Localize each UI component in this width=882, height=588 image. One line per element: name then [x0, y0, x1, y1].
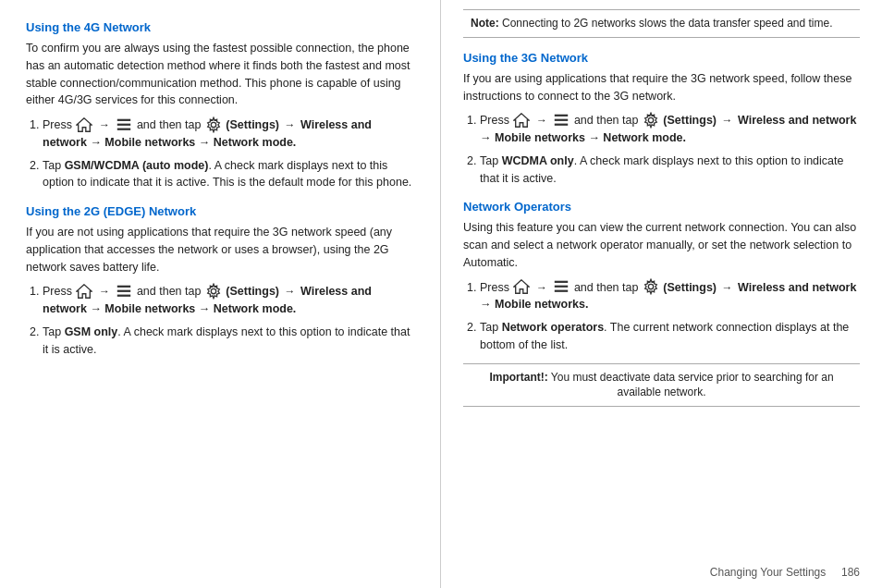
important-box: Important!: You must deactivate data ser… — [463, 363, 860, 408]
menu-icon — [116, 116, 132, 133]
step-4g-2: Tap GSM/WCDMA (auto mode). A check mark … — [43, 157, 418, 192]
step-3g-2-tap: Tap — [480, 154, 502, 167]
step-2g-2: Tap GSM only. A check mark displays next… — [43, 324, 418, 359]
section-4g-title: Using the 4G Network — [26, 20, 418, 34]
step-netops-2-bold: Network operators — [502, 321, 604, 334]
step-4g-2-tap: Tap — [43, 159, 65, 172]
section-2g-title: Using the 2G (EDGE) Network — [26, 204, 418, 218]
step-2g-2-bold: GSM only — [65, 325, 118, 338]
step-3g-2: Tap WCDMA only. A check mark displays ne… — [480, 153, 860, 188]
settings-icon-netops — [643, 278, 659, 295]
left-column: Using the 4G Network To confirm you are … — [0, 0, 441, 588]
note-label: Note: — [471, 17, 499, 30]
step-4g-1-settings-label: (Settings) — [226, 118, 282, 131]
section-2g-steps: Press → and then tap (Settings) → Wirele… — [43, 283, 418, 358]
section-netops-steps: Press → and then tap (Settings) → Wirele… — [480, 279, 860, 354]
section-4g-steps: Press → and then tap (Settings) → Wirele… — [43, 116, 418, 191]
step-3g-1: Press → and then tap (Settings) → Wirele… — [480, 112, 860, 147]
step-4g-1-andthentap: and then tap — [137, 118, 204, 131]
section-netops-intro: Using this feature you can view the curr… — [463, 219, 860, 271]
important-text: You must deactivate data service prior t… — [551, 371, 834, 399]
step-netops-1: Press → and then tap (Settings) → Wirele… — [480, 279, 860, 314]
right-column: Note: Connecting to 2G networks slows th… — [441, 0, 882, 588]
footer: Changing Your Settings 186 — [710, 566, 860, 579]
step-2g-2-tap: Tap — [43, 325, 65, 338]
section-3g-title: Using the 3G Network — [463, 51, 860, 65]
step-netops-2-tap: Tap — [480, 321, 502, 334]
footer-text: Changing Your Settings — [710, 566, 826, 579]
step-netops-1-press: Press — [480, 281, 512, 294]
section-netops-title: Network Operators — [463, 200, 860, 214]
step-3g-2-bold: WCDMA only — [502, 154, 574, 167]
note-text: Connecting to 2G networks slows the data… — [502, 17, 833, 30]
section-3g-steps: Press → and then tap (Settings) → Wirele… — [480, 112, 860, 187]
settings-icon-2g — [205, 283, 222, 300]
home-icon — [76, 116, 92, 133]
step-netops-1-andthentap: and then tap — [574, 281, 642, 294]
step-2g-1: Press → and then tap (Settings) → Wirele… — [43, 283, 418, 318]
step-2g-1-andthentap: and then tap — [137, 285, 204, 298]
page-number: 186 — [841, 566, 860, 579]
section-4g-intro: To confirm you are always using the fast… — [26, 40, 418, 109]
step-4g-1: Press → and then tap (Settings) → Wirele… — [43, 116, 418, 152]
menu-icon-2g — [116, 283, 132, 300]
section-3g-intro: If you are using applications that requi… — [463, 70, 860, 105]
step-4g-2-bold: GSM/WCDMA (auto mode) — [65, 159, 209, 172]
page: Using the 4G Network To confirm you are … — [0, 0, 882, 588]
home-icon-2g — [76, 283, 92, 300]
step-3g-1-settings: (Settings) — [663, 114, 719, 127]
settings-icon — [205, 116, 222, 133]
home-icon-netops — [513, 278, 530, 295]
menu-icon-3g — [553, 112, 570, 129]
home-icon-3g — [513, 112, 530, 129]
note-box: Note: Connecting to 2G networks slows th… — [463, 9, 860, 38]
step-3g-1-press: Press — [480, 114, 512, 127]
step-2g-1-press: Press — [43, 285, 75, 298]
step-4g-1-press: Press — [43, 118, 75, 131]
menu-icon-netops — [553, 278, 570, 295]
step-netops-1-settings: (Settings) — [663, 281, 719, 294]
step-netops-2: Tap Network operators. The current netwo… — [480, 319, 860, 354]
important-label: Important!: — [489, 371, 547, 384]
settings-icon-3g — [643, 112, 659, 129]
step-3g-1-andthentap: and then tap — [574, 114, 642, 127]
section-2g-intro: If you are not using applications that r… — [26, 224, 418, 276]
step-2g-1-settings: (Settings) — [226, 285, 282, 298]
